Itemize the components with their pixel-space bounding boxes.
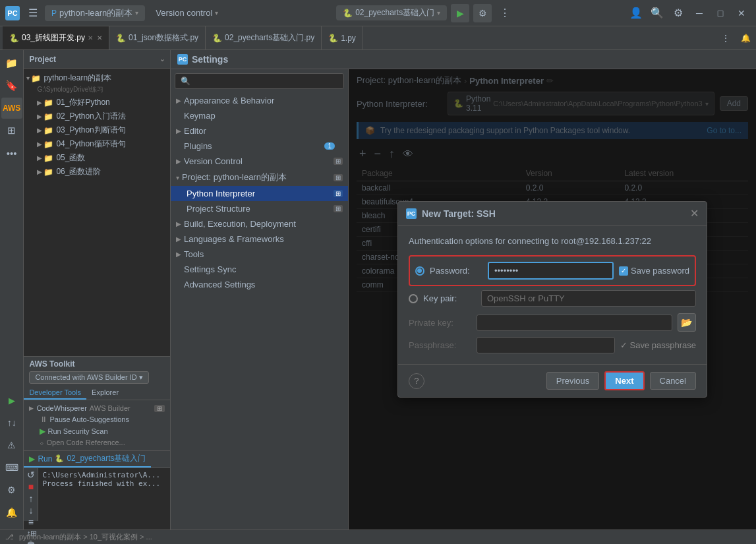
nav-languages[interactable]: ▶ Languages & Frameworks: [171, 231, 348, 247]
editor-tab-0[interactable]: 🐍 03_折线图开发.py ✕ ✕: [3, 26, 109, 49]
terminal-icon[interactable]: ⌨: [1, 457, 22, 478]
editor-tab-1[interactable]: 🐍 01_json数据格式.py: [109, 26, 206, 49]
tree-item-04[interactable]: ▶ 📁 04_Python循环语句: [24, 137, 170, 151]
passphrase-row: Passphrase: ✓ Save passphrase: [409, 337, 696, 353]
project-tab[interactable]: P python-learn的副本 ▾: [45, 5, 145, 21]
maximize-button[interactable]: □: [711, 4, 730, 22]
help-button[interactable]: ?: [409, 373, 424, 389]
project-panel-header: Project ⌄: [24, 50, 170, 69]
tree-item-05[interactable]: ▶ 📁 05_函数: [24, 151, 170, 165]
run-tab-pill[interactable]: 🐍 02_pyecharts基础入门 ▾: [336, 5, 447, 20]
aws-icon[interactable]: AWS: [1, 98, 22, 119]
settings-title: Settings: [192, 54, 228, 65]
services-icon[interactable]: ⚙: [1, 479, 22, 500]
run-output: C:\Users\Administrator\A... Process fini…: [24, 468, 170, 529]
pause-suggestions-item[interactable]: ⏸ Pause Auto-Suggestions: [24, 413, 170, 425]
private-key-row: Private key: 📂: [409, 313, 696, 332]
passphrase-input[interactable]: [477, 337, 615, 353]
nav-plugins-label: Plugins: [184, 141, 212, 151]
pause-label: Pause Auto-Suggestions: [49, 415, 129, 423]
search-button[interactable]: 🔍: [648, 4, 666, 22]
private-key-input[interactable]: [477, 315, 672, 331]
nav-pi-label: Python Interpreter: [187, 189, 255, 198]
next-button[interactable]: Next: [604, 371, 644, 390]
editor-tab-3[interactable]: 🐍 1.py: [322, 26, 363, 49]
password-radio[interactable]: [415, 266, 424, 276]
keypair-label: Key pair:: [423, 293, 476, 303]
nav-tools[interactable]: ▶ Tools: [171, 247, 348, 262]
tabs-more-button[interactable]: ⋮: [716, 33, 736, 44]
previous-button[interactable]: Previous: [546, 372, 600, 390]
nav-python-interpreter[interactable]: Python Interpreter ⊞: [171, 186, 348, 201]
dialog-close-btn[interactable]: ✕: [690, 207, 699, 220]
nav-keymap[interactable]: Keymap: [171, 108, 348, 123]
pi-dot-icon: ⊞: [334, 190, 343, 197]
code-ref-label: ⬦ Open Code Reference...: [40, 438, 125, 446]
bookmarks-icon[interactable]: 🔖: [1, 75, 22, 96]
settings-sidebar: ▶ Appearance & Behavior Keymap ▶ Editor …: [171, 69, 349, 529]
structure-icon[interactable]: ⊞: [1, 120, 22, 141]
run-button[interactable]: ▶: [451, 4, 469, 22]
nav-project-section[interactable]: ▾ Project: python-learn的副本 ⊞: [171, 169, 348, 186]
tree-label-05: 05_函数: [56, 152, 85, 164]
nav-plugins[interactable]: Plugins 1: [171, 138, 348, 154]
nav-vc-label: Version Control: [184, 156, 243, 166]
more-actions-button[interactable]: ⋮: [496, 4, 514, 22]
tree-label-03: 03_Python判断语句: [56, 125, 125, 136]
profile-button[interactable]: 👤: [627, 4, 645, 22]
nav-editor-label: Editor: [184, 126, 206, 136]
project-icon[interactable]: 📁: [1, 53, 22, 74]
close-button[interactable]: ✕: [732, 4, 751, 22]
plugins-badge: 1: [324, 142, 335, 150]
keypair-placeholder-input[interactable]: [481, 290, 696, 307]
password-option-row: Password: ✓ Save password: [409, 255, 696, 286]
editor-tab-2[interactable]: 🐍 02_pyecharts基础入门.py: [206, 26, 322, 49]
ps-dot-icon: ⊞: [334, 205, 343, 212]
project-name: python-learn的副本: [59, 7, 132, 19]
password-input[interactable]: [488, 262, 614, 280]
nav-appearance[interactable]: ▶ Appearance & Behavior: [171, 93, 348, 108]
nav-advanced-settings[interactable]: Advanced Settings: [171, 277, 348, 292]
ssh-dialog-overlay: PC New Target: SSH ✕ Authentication opti…: [349, 69, 756, 529]
tree-root[interactable]: ▾ 📁 python-learn的副本: [24, 71, 170, 85]
nav-version-control[interactable]: ▶ Version Control ⊞: [171, 154, 348, 169]
browse-button[interactable]: 📂: [678, 313, 696, 332]
version-control-tab[interactable]: Version control ▾: [150, 6, 223, 20]
tree-item-02[interactable]: ▶ 📁 02_Python入门语法: [24, 109, 170, 123]
cancel-button[interactable]: Cancel: [650, 372, 696, 390]
problems-icon[interactable]: ⚠: [1, 435, 22, 456]
run-security-scan-item[interactable]: ▶ Run Security Scan: [24, 425, 170, 437]
keypair-radio[interactable]: [409, 294, 418, 303]
nav-editor[interactable]: ▶ Editor: [171, 123, 348, 138]
aws-connected-button[interactable]: Connected with AWS Builder ID ▾: [29, 371, 148, 384]
aws-tab-explorer[interactable]: Explorer: [86, 386, 124, 400]
open-code-ref-item[interactable]: ⬦ Open Code Reference...: [24, 437, 170, 448]
version-control-label: Version control: [156, 8, 212, 18]
save-password-checkbox[interactable]: ✓: [619, 266, 628, 276]
tree-item-01[interactable]: ▶ 📁 01_你好Python: [24, 96, 170, 109]
tree-item-06[interactable]: ▶ 📁 06_函数进阶: [24, 165, 170, 179]
aws-codewhisperer-item[interactable]: ▶ CodeWhisperer AWS Builder ⊞: [24, 403, 170, 413]
debug-button[interactable]: ⚙: [473, 4, 492, 22]
run-panel-tab[interactable]: ▶ Run 🐍 02_pyecharts基础入门: [24, 451, 151, 468]
aws-toolkit-title: AWS Toolkit: [29, 359, 74, 369]
nav-project-structure[interactable]: Project Structure ⊞: [171, 201, 348, 216]
project-dot-icon: ⊞: [334, 174, 343, 181]
nav-build[interactable]: ▶ Build, Execution, Deployment: [171, 216, 348, 231]
ssh-dialog: PC New Target: SSH ✕ Authentication opti…: [397, 201, 707, 398]
minimize-button[interactable]: ─: [690, 4, 709, 22]
notifications-icon[interactable]: 🔔: [1, 502, 22, 523]
run-icon[interactable]: ▶: [1, 390, 22, 411]
tree-item-03[interactable]: ▶ 📁 03_Python判断语句: [24, 123, 170, 137]
git-branch-icon: ⎇: [5, 533, 14, 541]
aws-tab-developer[interactable]: Developer Tools: [24, 386, 86, 400]
settings-button[interactable]: ⚙: [669, 4, 687, 22]
settings-search-input[interactable]: [175, 73, 344, 89]
top-bar: PC ☰ P python-learn的副本 ▾ Version control…: [0, 0, 756, 26]
hamburger-menu[interactable]: ☰: [24, 4, 42, 22]
vc-dot-icon: ⊞: [334, 158, 343, 165]
nav-settings-sync[interactable]: Settings Sync: [171, 262, 348, 277]
git-icon[interactable]: ↑↓: [1, 412, 22, 433]
run-panel: ▶ Run 🐍 02_pyecharts基础入门 ↺ ■ ↑ ↓ ≡ ↑⊞ 🗑 …: [24, 450, 170, 529]
more-tools-icon[interactable]: •••: [1, 142, 22, 164]
